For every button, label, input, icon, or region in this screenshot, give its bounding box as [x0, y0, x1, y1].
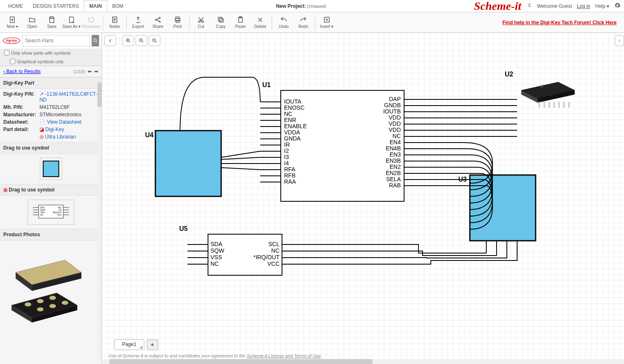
- pdf-icon: 📄: [39, 119, 46, 125]
- undo-button[interactable]: Undo: [274, 13, 294, 32]
- svg-text:VDD: VDD: [388, 114, 401, 121]
- svg-point-47: [37, 307, 44, 311]
- svg-point-48: [49, 304, 56, 308]
- zoom-fit-button[interactable]: [149, 35, 160, 46]
- svg-text:EN4B: EN4B: [386, 145, 401, 152]
- tab-main[interactable]: MAIN: [84, 0, 107, 12]
- share-button[interactable]: Share: [148, 13, 168, 32]
- svg-rect-128: [558, 102, 560, 108]
- filter-graphical-label: Graphical symbols only: [17, 59, 64, 64]
- insert-button[interactable]: Insert ▾: [317, 13, 337, 32]
- svg-point-49: [62, 301, 68, 305]
- svg-text:ENABLE: ENABLE: [284, 123, 307, 129]
- svg-text:U1: U1: [262, 81, 271, 88]
- svg-text:RFA: RFA: [284, 166, 296, 173]
- svg-text:NC: NC: [210, 260, 219, 267]
- sidebar: Digi-KeyELECTRONICS Only show parts with…: [0, 33, 102, 364]
- saveas-button[interactable]: Save As ▾: [62, 13, 81, 32]
- detail-label: Part detail:: [3, 127, 39, 132]
- datasheet-label: Datasheet:: [3, 119, 39, 125]
- paging-text: (1/10): [73, 69, 85, 74]
- section-digikey-part: Digi-Key Part: [0, 77, 102, 89]
- zoom-in-button[interactable]: [122, 35, 134, 46]
- search-input[interactable]: [22, 35, 90, 46]
- datasheet-link[interactable]: 📄 View Datasheet: [39, 119, 81, 125]
- zoom-out-button[interactable]: [136, 35, 147, 46]
- product-photos: [0, 240, 102, 329]
- tab-bom[interactable]: BOM: [107, 1, 128, 12]
- prev-icon[interactable]: ⬅: [88, 69, 92, 74]
- copy-button[interactable]: Copy: [211, 13, 231, 32]
- project-unsaved: (Unsaved): [307, 4, 326, 9]
- svg-text:IR: IR: [284, 141, 290, 148]
- redo-button[interactable]: Redo: [294, 13, 313, 32]
- svg-text:VDDA: VDDA: [284, 129, 300, 136]
- svg-text:SDA: SDA: [210, 241, 222, 247]
- svg-text:EN2: EN2: [390, 164, 401, 170]
- login-link[interactable]: Log in: [577, 3, 590, 9]
- svg-rect-2: [51, 17, 53, 18]
- svg-text:NC: NC: [271, 247, 280, 254]
- svg-text:EN3: EN3: [390, 151, 401, 158]
- canvas-back-button[interactable]: [104, 35, 116, 46]
- svg-point-46: [49, 296, 56, 300]
- toolbar: New ▾ Open Save Save As ▾ Revisions Note…: [0, 12, 624, 33]
- digikey-logo: Digi-KeyELECTRONICS: [2, 35, 21, 47]
- svg-text:U2: U2: [505, 71, 513, 78]
- sidebar-scrollbar[interactable]: [97, 82, 102, 362]
- svg-point-131: [541, 85, 543, 88]
- next-icon[interactable]: ➡: [94, 69, 98, 74]
- tab-home[interactable]: HOME: [3, 1, 28, 12]
- paste-button[interactable]: Paste: [231, 13, 250, 32]
- back-to-results-link[interactable]: ‹ Back to Results: [3, 69, 41, 74]
- svg-rect-130: [568, 102, 570, 108]
- search-button[interactable]: [92, 35, 99, 46]
- print-button[interactable]: Print: [168, 13, 187, 32]
- svg-text:I2: I2: [284, 147, 289, 154]
- filter-symbols-checkbox[interactable]: [4, 50, 9, 55]
- new-button[interactable]: New ▾: [2, 13, 22, 32]
- filter-graphical-checkbox[interactable]: [10, 59, 15, 64]
- cut-button[interactable]: Cut: [191, 13, 211, 32]
- svg-text:I3: I3: [284, 154, 289, 160]
- svg-text:SCL: SCL: [268, 241, 280, 247]
- svg-point-5: [159, 17, 160, 18]
- svg-text:I4: I4: [284, 160, 289, 166]
- add-page-button[interactable]: +: [147, 339, 158, 350]
- save-button[interactable]: Save: [42, 13, 62, 32]
- dkpn-link[interactable]: ↗ -1138-M41T62LC6FCT-ND: [39, 91, 97, 103]
- export-button[interactable]: Export: [128, 13, 148, 32]
- svg-text:ENR: ENR: [284, 117, 296, 123]
- horizontal-scroll-thumb[interactable]: [109, 359, 372, 364]
- footer-license: Use of Scheme-it is subject to and const…: [106, 353, 620, 358]
- svg-text:VDD: VDD: [388, 127, 401, 133]
- svg-line-117: [221, 168, 260, 170]
- find-help-link[interactable]: Find help in the Digi-Key Tech Forum! Cl…: [502, 20, 617, 25]
- svg-text:GNDA: GNDA: [284, 135, 301, 142]
- notes-button[interactable]: Notes: [105, 13, 125, 32]
- svg-line-115: [221, 157, 260, 159]
- open-button[interactable]: Open: [22, 13, 42, 32]
- symbol-blue-block[interactable]: [40, 158, 62, 180]
- section-drag-symbol-2: ◎ Drag to use symbol: [0, 184, 102, 196]
- svg-text:SELA: SELA: [386, 176, 401, 182]
- welcome-text: Welcome Guest: [537, 3, 572, 9]
- detail-ul-link[interactable]: ◎ Ultra Librarian: [39, 134, 76, 140]
- schematic-diagram[interactable]: U1IOUTAENOSCNCENRENABLEVDDAGNDAIRI2I3I4R…: [102, 33, 624, 345]
- page-tab-1[interactable]: Page1 ◢: [114, 339, 144, 350]
- svg-text:NC: NC: [40, 214, 44, 216]
- help-menu[interactable]: Help ▾: [595, 3, 609, 9]
- user-icon: [527, 3, 532, 9]
- svg-point-6: [159, 21, 160, 22]
- detail-dk-link[interactable]: ◪ Digi-Key: [39, 127, 64, 132]
- canvas[interactable]: U1IOUTAENOSCNCENRENABLEVDDAGNDAIRI2I3I4R…: [102, 33, 624, 364]
- svg-text:EN4: EN4: [390, 139, 401, 145]
- tab-design-starters[interactable]: DESIGN STARTERS: [28, 1, 84, 12]
- svg-text:DAP: DAP: [389, 96, 401, 102]
- delete-button[interactable]: Delete: [250, 13, 270, 32]
- settings-gear-icon[interactable]: [614, 2, 621, 10]
- svg-text:U4: U4: [145, 131, 154, 138]
- sidebar-scroll-thumb[interactable]: [97, 82, 102, 107]
- license-link[interactable]: Scheme-it License and Terms of Use: [247, 353, 321, 358]
- symbol-chip[interactable]: SDASQWVSSNC SCLNC*IRQ/OUTVCC: [28, 200, 74, 225]
